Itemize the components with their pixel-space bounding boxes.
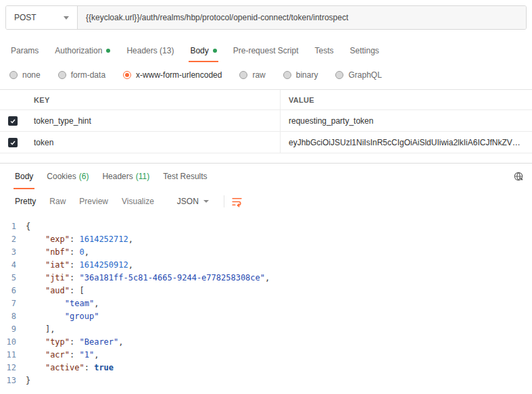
- code-text: "active": true: [26, 362, 114, 374]
- line-number: 4: [0, 259, 26, 272]
- tab-pre-request-script[interactable]: Pre-request Script: [225, 39, 307, 62]
- line-number: 8: [0, 310, 26, 323]
- response-tab-test-results[interactable]: Test Results: [156, 164, 214, 189]
- radio-icon: [9, 71, 18, 79]
- tab-label: Headers (13): [126, 46, 174, 55]
- body-mode-raw[interactable]: raw: [239, 70, 265, 80]
- tab-body[interactable]: Body: [182, 39, 224, 62]
- code-line: 13}: [0, 374, 532, 387]
- response-tab-list: BodyCookies(6)Headers(11)Test Results: [8, 164, 214, 189]
- tab-settings[interactable]: Settings: [342, 39, 387, 62]
- mode-label: GraphQL: [348, 70, 381, 80]
- radio-icon: [283, 71, 291, 79]
- tab-authorization[interactable]: Authorization: [47, 39, 118, 62]
- code-text: "iat": 1614250912,: [26, 259, 133, 272]
- body-mode-x-www-form-urlencoded[interactable]: x-www-form-urlencoded: [123, 70, 222, 80]
- row-checkbox[interactable]: [8, 138, 18, 147]
- view-tab-visualize[interactable]: Visualize: [115, 193, 161, 210]
- line-number: 11: [0, 349, 26, 362]
- tab-label: Headers: [102, 172, 132, 181]
- row-value[interactable]: requesting_party_token: [281, 110, 532, 131]
- mode-label: form-data: [71, 70, 105, 80]
- view-tab-preview[interactable]: Preview: [72, 193, 115, 210]
- code-line: 11 "acr": "1",: [0, 349, 532, 362]
- response-tab-cookies[interactable]: Cookies(6): [40, 164, 95, 189]
- check-icon: [9, 118, 16, 124]
- method-label: POST: [14, 13, 37, 22]
- code-line: 4 "iat": 1614250912,: [0, 259, 532, 272]
- row-checkbox[interactable]: [8, 116, 18, 126]
- tab-label: Settings: [350, 46, 379, 55]
- code-text: "nbf": 0,: [26, 246, 89, 259]
- tab-label: Body: [190, 46, 208, 55]
- code-line: 2 "exp": 1614252712,: [0, 233, 532, 246]
- postman-app: POST {{keycloak.url}}/auth/realms/hbp/pr…: [0, 0, 532, 387]
- checkbox-cell: [0, 132, 26, 153]
- table-row: tokeneyJhbGciOiJSUzl1NiIsInR5cCIgOiAiSld…: [0, 132, 532, 153]
- line-number: 13: [0, 374, 26, 387]
- tab-label: Authorization: [55, 46, 102, 55]
- mode-label: x-www-form-urlencoded: [136, 70, 222, 80]
- line-number: 2: [0, 233, 26, 246]
- tab-label: Pre-request Script: [233, 46, 299, 55]
- line-number: 10: [0, 336, 26, 349]
- code-text: "group": [26, 310, 99, 323]
- line-number: 1: [0, 220, 26, 233]
- row-value[interactable]: eyJhbGciOiJSUzl1NiIsInR5cCIgOiAiSldUIiwi…: [281, 132, 532, 153]
- chevron-down-icon: [64, 16, 69, 20]
- code-line: 6 "aud": [: [0, 285, 532, 297]
- checkbox-cell: [0, 110, 26, 131]
- value-column-header: VALUE: [281, 90, 532, 109]
- code-line: 8 "group": [0, 310, 532, 323]
- code-line: 10 "typ": "Bearer",: [0, 336, 532, 349]
- tab-headers-13[interactable]: Headers (13): [118, 39, 182, 62]
- chevron-down-icon: [203, 200, 209, 203]
- body-mode-none[interactable]: none: [9, 70, 41, 80]
- code-text: }: [26, 374, 30, 387]
- body-mode-binary[interactable]: binary: [283, 70, 318, 80]
- mode-label: none: [22, 70, 41, 80]
- method-select[interactable]: POST: [6, 6, 78, 29]
- tab-label: Tests: [314, 46, 333, 55]
- line-number: 12: [0, 362, 26, 374]
- view-tab-pretty[interactable]: Pretty: [8, 193, 43, 210]
- tab-label: Params: [11, 46, 39, 55]
- table-header-row: KEY VALUE: [0, 90, 532, 110]
- body-mode-form-data[interactable]: form-data: [58, 70, 105, 80]
- table-row: token_type_hintrequesting_party_token: [0, 110, 532, 132]
- wrap-text-icon[interactable]: [231, 196, 243, 207]
- tab-count: (6): [79, 172, 89, 181]
- divider: [224, 195, 224, 207]
- status-dot-icon: [213, 49, 217, 53]
- view-tab-raw[interactable]: Raw: [43, 193, 72, 210]
- tab-tests[interactable]: Tests: [306, 39, 341, 62]
- code-text: "typ": "Bearer",: [26, 336, 124, 349]
- response-view-row: PrettyRawPreviewVisualize JSON: [0, 189, 532, 215]
- response-tab-body[interactable]: Body: [8, 164, 40, 189]
- key-column-header: KEY: [26, 90, 281, 109]
- body-mode-graphql[interactable]: GraphQL: [335, 70, 381, 80]
- urlencoded-table: KEY VALUE token_type_hintrequesting_part…: [0, 89, 532, 153]
- line-number: 9: [0, 323, 26, 336]
- code-text: "exp": 1614252712,: [26, 233, 133, 246]
- code-text: "jti": "36a181ff-5c81-4665-9244-e7782583…: [26, 272, 270, 285]
- row-key[interactable]: token_type_hint: [26, 110, 281, 131]
- line-number: 7: [0, 297, 26, 310]
- response-body-editor[interactable]: 1{2 "exp": 1614252712,3 "nbf": 0,4 "iat"…: [0, 215, 532, 387]
- format-label: JSON: [177, 197, 199, 206]
- row-key[interactable]: token: [26, 132, 281, 153]
- response-tab-headers[interactable]: Headers(11): [95, 164, 156, 189]
- globe-icon[interactable]: [513, 171, 524, 182]
- check-icon: [9, 139, 16, 146]
- line-number: 5: [0, 272, 26, 285]
- code-line: 3 "nbf": 0,: [0, 246, 532, 259]
- tab-params[interactable]: Params: [3, 39, 47, 62]
- tab-count: (11): [136, 172, 149, 181]
- url-input[interactable]: {{keycloak.url}}/auth/realms/hbp/protoco…: [78, 6, 526, 29]
- radio-icon: [239, 71, 247, 79]
- code-line: 12 "active": true: [0, 362, 532, 374]
- tab-label: Body: [15, 172, 33, 181]
- mode-label: raw: [252, 70, 265, 80]
- code-text: ],: [26, 323, 55, 336]
- format-select[interactable]: JSON: [172, 193, 214, 210]
